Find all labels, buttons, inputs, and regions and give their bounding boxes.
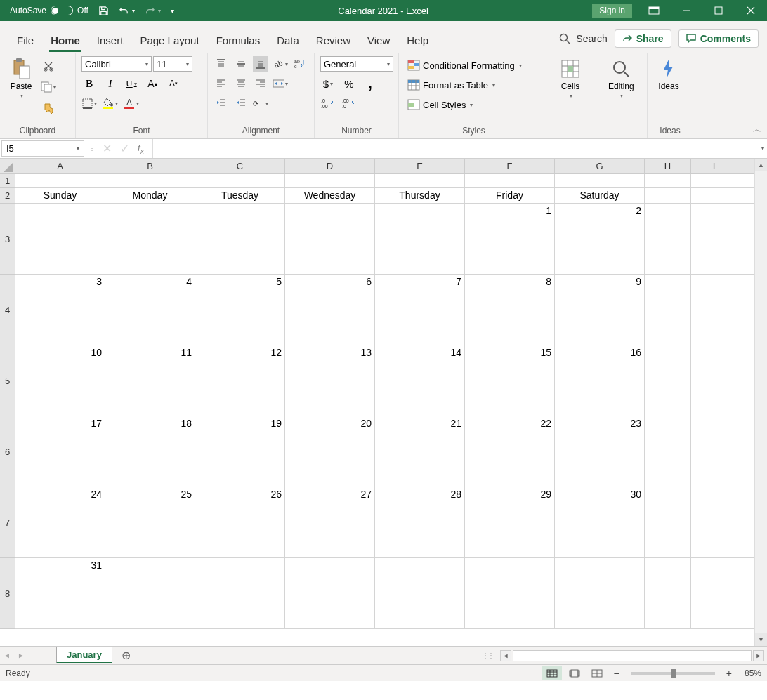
percent-format-button[interactable]: %	[341, 76, 357, 91]
cell[interactable]: Sunday	[15, 188, 105, 203]
font-size-combo[interactable]: 11▾	[153, 56, 192, 72]
row-header[interactable]: 6	[0, 416, 15, 487]
cell[interactable]: 25	[105, 487, 195, 557]
signin-button[interactable]: Sign in	[592, 4, 632, 18]
font-color-button[interactable]: A▾	[124, 95, 139, 111]
cell[interactable]: 13	[285, 345, 375, 416]
row-header[interactable]: 8	[0, 558, 15, 629]
name-box-expand-icon[interactable]: ⋮	[89, 145, 95, 152]
cell[interactable]: 3	[15, 275, 105, 345]
comma-format-button[interactable]: ,	[362, 76, 378, 91]
zoom-level[interactable]: 85%	[745, 668, 761, 678]
tab-review[interactable]: Review	[308, 29, 359, 53]
cell[interactable]	[285, 174, 375, 187]
cell[interactable]: 24	[15, 487, 105, 557]
cell[interactable]	[15, 204, 105, 274]
cell[interactable]	[195, 174, 285, 187]
cell[interactable]	[195, 204, 285, 274]
cell[interactable]	[645, 558, 691, 628]
redo-button[interactable]: ▾	[145, 6, 161, 16]
bold-button[interactable]: B	[81, 76, 97, 91]
increase-font-button[interactable]: A▴	[145, 76, 160, 91]
cell[interactable]: Friday	[465, 188, 555, 203]
cell[interactable]	[105, 204, 195, 274]
cell[interactable]	[645, 188, 691, 203]
enter-formula-button[interactable]: ✓	[120, 142, 129, 155]
cell[interactable]	[645, 204, 691, 274]
cut-button[interactable]	[41, 58, 56, 74]
row-header[interactable]: 3	[0, 204, 15, 275]
cell[interactable]: 19	[195, 416, 285, 487]
view-page-layout-button[interactable]	[565, 666, 584, 680]
cell[interactable]: 10	[15, 345, 105, 416]
sheet-nav-next[interactable]: ►	[14, 652, 28, 659]
cell[interactable]	[691, 416, 738, 487]
cell[interactable]	[645, 487, 691, 557]
scroll-up-icon[interactable]: ▲	[755, 159, 767, 171]
ribbon-display-icon[interactable]	[638, 0, 670, 21]
cell[interactable]: 17	[15, 416, 105, 487]
column-header[interactable]: I	[691, 159, 738, 173]
select-all-corner[interactable]	[0, 159, 15, 174]
cell[interactable]	[691, 174, 738, 187]
save-icon[interactable]	[98, 6, 109, 16]
vertical-scrollbar[interactable]: ▲ ▼	[754, 159, 767, 646]
cell[interactable]: Tuesday	[195, 188, 285, 203]
cell[interactable]: 28	[375, 487, 465, 557]
insert-function-button[interactable]: fx	[138, 143, 144, 155]
autosave-toggle[interactable]: AutoSave Off	[10, 6, 88, 15]
tab-split-grip[interactable]: ⋮⋮	[482, 652, 493, 659]
tab-view[interactable]: View	[359, 29, 398, 53]
accounting-format-button[interactable]: $▾	[320, 76, 336, 91]
conditional-formatting-button[interactable]: Conditional Formatting▾	[405, 58, 525, 73]
expand-formula-bar-icon[interactable]: ▾	[761, 145, 764, 152]
align-center-button[interactable]	[233, 76, 249, 91]
cell[interactable]	[285, 558, 375, 628]
cell[interactable]	[691, 188, 738, 203]
cell[interactable]: 2	[555, 204, 645, 274]
cell[interactable]: 4	[105, 275, 195, 345]
align-left-button[interactable]	[214, 76, 229, 91]
cell[interactable]	[691, 275, 738, 345]
view-page-break-button[interactable]	[587, 666, 607, 680]
cell[interactable]	[555, 558, 645, 628]
cell[interactable]: 14	[375, 345, 465, 416]
orientation-menu-button[interactable]: ⟳▾	[253, 95, 268, 111]
sheet-nav-prev[interactable]: ◄	[0, 652, 14, 659]
cell[interactable]: 22	[465, 416, 555, 487]
tab-insert[interactable]: Insert	[88, 29, 132, 53]
collapse-ribbon-icon[interactable]: ︿	[753, 124, 761, 136]
zoom-out-button[interactable]: −	[610, 668, 624, 679]
tab-formulas[interactable]: Formulas	[208, 29, 269, 53]
column-header[interactable]: C	[195, 159, 285, 173]
tab-data[interactable]: Data	[268, 29, 308, 53]
underline-button[interactable]: U▾	[124, 76, 139, 91]
cell[interactable]	[555, 174, 645, 187]
cell[interactable]: 29	[465, 487, 555, 557]
cell[interactable]	[105, 174, 195, 187]
cell[interactable]: 20	[285, 416, 375, 487]
hscroll-right-icon[interactable]: ►	[753, 650, 764, 661]
cell[interactable]: Wednesday	[285, 188, 375, 203]
formula-input[interactable]: ▾	[153, 139, 767, 158]
cell[interactable]: 1	[465, 204, 555, 274]
cancel-formula-button[interactable]: ✕	[103, 142, 112, 155]
format-painter-button[interactable]	[41, 100, 56, 116]
decrease-font-button[interactable]: A▾	[166, 76, 181, 91]
share-button[interactable]: Share	[615, 29, 671, 48]
increase-indent-button[interactable]	[233, 95, 249, 111]
new-sheet-button[interactable]: ⊕	[118, 647, 135, 664]
cell[interactable]: Thursday	[375, 188, 465, 203]
cell[interactable]: 5	[195, 275, 285, 345]
merge-center-button[interactable]: ▾	[273, 76, 288, 91]
cell[interactable]: 11	[105, 345, 195, 416]
cell[interactable]	[375, 204, 465, 274]
number-format-combo[interactable]: General▾	[320, 56, 393, 72]
italic-button[interactable]: I	[103, 76, 118, 91]
sheet-tab-january[interactable]: January	[56, 647, 112, 663]
cell[interactable]	[691, 204, 738, 274]
cell[interactable]: 8	[465, 275, 555, 345]
tab-file[interactable]: File	[8, 29, 42, 53]
cell[interactable]	[195, 558, 285, 628]
wrap-text-button[interactable]: abc	[292, 56, 308, 72]
